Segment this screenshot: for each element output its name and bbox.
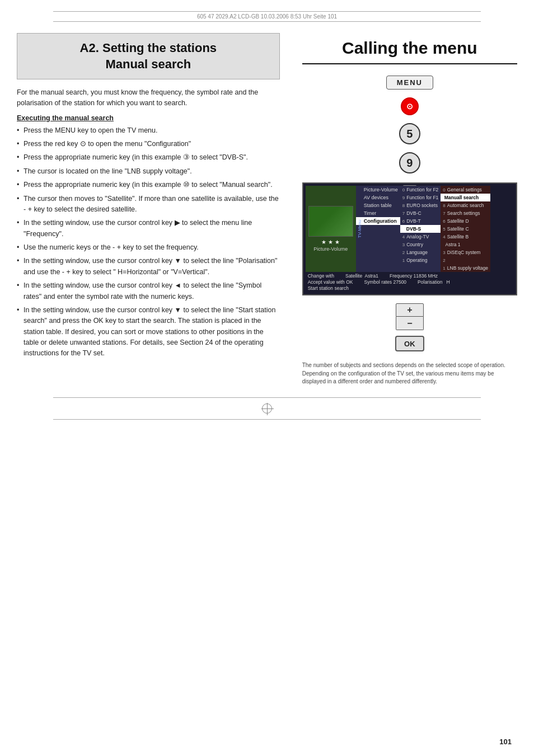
status-satellite: Satellite Astra1 bbox=[345, 273, 378, 279]
menu-row-lnb[interactable]: 1LNB supply voltage bbox=[441, 264, 490, 272]
menu-row-f2[interactable]: 0Function for F2 bbox=[400, 186, 441, 194]
menu-row-sat-d[interactable]: 6Satellite D bbox=[441, 217, 490, 225]
left-column: A2. Setting the stations Manual search F… bbox=[17, 33, 285, 386]
bullet-list: Press the MENU key to open the TV menu.P… bbox=[17, 125, 280, 359]
sidebar-picture-volume[interactable]: Picture-Volume bbox=[356, 186, 400, 194]
menu-row-operating[interactable]: 1Operating bbox=[400, 256, 441, 264]
crosshair-icon bbox=[262, 403, 272, 414]
sidebar-station-table[interactable]: Station table bbox=[356, 201, 400, 209]
crosshair-container bbox=[0, 403, 534, 414]
header-meta: 605 47 2029.A2 LCD-GB 10.03.2006 8:53 Uh… bbox=[53, 11, 480, 22]
tv-menu-area: F1↑ ★ ★ ★ Picture-Volume TV-Menu Picture bbox=[302, 182, 517, 295]
bullet-item: Press the appropriate numeric key (in th… bbox=[17, 180, 280, 190]
menu-row-euro[interactable]: 8EURO sockets bbox=[400, 201, 441, 209]
bullet-item: In the setting window, use the cursor co… bbox=[17, 256, 280, 278]
bullet-item: Press the MENU key to open the TV menu. bbox=[17, 125, 280, 136]
menu-row-manual[interactable]: Manuall search bbox=[441, 194, 490, 201]
menu-diagram: MENU ⊙ 5 9 bbox=[386, 76, 433, 173]
sidebar-timer[interactable]: Timer bbox=[356, 209, 400, 217]
menu-row-astra1[interactable]: Astra 1 bbox=[441, 241, 490, 248]
section-title-box: A2. Setting the stations Manual search bbox=[17, 33, 280, 79]
plus-button[interactable]: + bbox=[396, 303, 424, 317]
bullet-item: In the setting window, use the cursor co… bbox=[17, 280, 280, 302]
tv-sublabel: Picture-Volume bbox=[313, 246, 348, 252]
menu-row-general[interactable]: 0General settings bbox=[441, 186, 490, 194]
menu-row-sat-c[interactable]: 5Satellite C bbox=[441, 225, 490, 233]
subheading: Executing the manual search bbox=[17, 114, 280, 122]
red-key-button[interactable]: ⊙ bbox=[401, 97, 419, 115]
tv-status-bar: Change with Satellite Astra1 Frequency 1… bbox=[306, 272, 514, 292]
footer-divider-bottom bbox=[53, 419, 480, 420]
menu-col-left: 0Function for F2 9Function for F1 8EURO … bbox=[400, 186, 441, 272]
title-line1: A2. Setting the stations bbox=[80, 41, 217, 55]
title-line2: Manual search bbox=[105, 57, 191, 71]
menu-row-2[interactable]: 2 bbox=[441, 256, 490, 264]
status-row-2: Accept value with OK Symbol rates 27500 … bbox=[308, 279, 512, 285]
menu-row-auto[interactable]: 8Automatic search bbox=[441, 201, 490, 209]
sidebar-configuration[interactable]: Configuration bbox=[356, 217, 400, 225]
bullet-item: In the setting window, use the cursor co… bbox=[17, 305, 280, 359]
menu-row-country[interactable]: 3Country bbox=[400, 241, 441, 248]
status-change: Change with bbox=[308, 273, 334, 279]
status-symbol: Symbol rates 27500 bbox=[364, 279, 407, 285]
menu-row-dvbc[interactable]: 7DVB-C bbox=[400, 209, 441, 217]
tv-stars: ★ ★ ★ bbox=[321, 239, 340, 245]
menu-row-analog[interactable]: 4Analog-TV bbox=[400, 233, 441, 241]
bullet-item: Press the red key ⊙ to open the menu "Co… bbox=[17, 139, 280, 149]
menu-row-sat-b[interactable]: 4Satellite B bbox=[441, 233, 490, 241]
menu-row-dvbs[interactable]: DVB-S bbox=[400, 225, 441, 233]
bullet-item: The cursor then moves to "Satellite". If… bbox=[17, 194, 280, 215]
pm-buttons: + − bbox=[396, 303, 424, 330]
page-container: 605 47 2029.A2 LCD-GB 10.03.2006 8:53 Uh… bbox=[0, 0, 534, 756]
menu-sidebar: TV-Menu Picture-Volume AV devices Statio… bbox=[356, 186, 400, 272]
menu-row-dvbt[interactable]: 6DVB-T bbox=[400, 217, 441, 225]
tv-menu-wrapper: F1↑ ★ ★ ★ Picture-Volume TV-Menu Picture bbox=[302, 182, 517, 303]
bullet-item: In the setting window, use the cursor co… bbox=[17, 218, 280, 240]
menu-row-f1[interactable]: 9Function for F1 bbox=[400, 194, 441, 201]
status-start: Start station search bbox=[308, 285, 349, 291]
footer-divider-top bbox=[53, 397, 480, 398]
sidebar-label: TV-Menu bbox=[357, 220, 362, 238]
tv-menu-inner: ★ ★ ★ Picture-Volume TV-Menu Picture-Vol… bbox=[306, 186, 514, 272]
right-title: Calling the menu bbox=[302, 33, 517, 64]
page-number: 101 bbox=[499, 738, 512, 746]
sidebar-av-devices[interactable]: AV devices bbox=[356, 194, 400, 201]
status-row-3: Start station search bbox=[308, 285, 512, 291]
menu-row-language[interactable]: 2Language bbox=[400, 248, 441, 256]
ok-button[interactable]: OK bbox=[395, 336, 424, 351]
menu-col-right: 0General settings Manuall search 8Automa… bbox=[441, 186, 490, 272]
main-content: A2. Setting the stations Manual search F… bbox=[0, 27, 534, 392]
number-9-circle: 9 bbox=[399, 152, 420, 173]
status-accept: Accept value with OK bbox=[308, 279, 353, 285]
bullet-item: Use the numeric keys or the - + key to s… bbox=[17, 242, 280, 253]
intro-text: For the manual search, you must know the… bbox=[17, 87, 280, 109]
menu-button-label: MENU bbox=[386, 76, 433, 90]
pm-ok-area: + − OK bbox=[395, 303, 424, 351]
right-footer-note: The number of subjects and sections depe… bbox=[302, 361, 517, 386]
right-column: Calling the menu MENU ⊙ 5 9 F1↑ bbox=[297, 33, 517, 386]
menu-row-diseqc[interactable]: 3DiSEqC system bbox=[441, 248, 490, 256]
status-freq: Frequency 11836 MHz bbox=[390, 273, 438, 279]
minus-button[interactable]: − bbox=[396, 317, 424, 330]
status-pol: Polarisation H bbox=[418, 279, 450, 285]
number-5-circle: 5 bbox=[399, 123, 420, 144]
bullet-item: The cursor is located on the line "LNB s… bbox=[17, 166, 280, 177]
status-row-1: Change with Satellite Astra1 Frequency 1… bbox=[308, 273, 512, 279]
tv-image-area: ★ ★ ★ Picture-Volume bbox=[306, 186, 356, 272]
menu-row-search-settings[interactable]: 7Search settings bbox=[441, 209, 490, 217]
bullet-item: Press the appropriate numeric key (in th… bbox=[17, 152, 280, 163]
